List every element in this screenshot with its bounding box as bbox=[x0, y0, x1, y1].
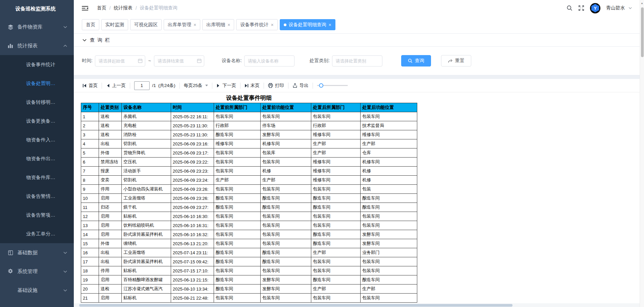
sidebar-subitem-设备告警情[interactable]: 设备告警情… bbox=[0, 187, 74, 206]
tab-实时监测[interactable]: 实时监测 bbox=[101, 19, 128, 30]
sidebar-subitem-物资备件库[interactable]: 物资备件库… bbox=[0, 168, 74, 187]
close-icon[interactable]: × bbox=[194, 23, 196, 27]
horizontal-scrollbar-thumb[interactable] bbox=[79, 304, 513, 307]
table-row[interactable]: 13启用饮料纸箱喷码机2025-06-10 16:31:包装车间包装车间包装车间… bbox=[81, 221, 417, 230]
avatar[interactable]: Y bbox=[590, 3, 600, 13]
search-icon[interactable] bbox=[567, 5, 573, 11]
page-input[interactable] bbox=[134, 81, 150, 90]
chevron-down-icon[interactable] bbox=[83, 39, 87, 41]
fullscreen-icon[interactable] bbox=[578, 5, 584, 11]
close-icon[interactable]: × bbox=[271, 23, 273, 27]
user-name[interactable]: 青山碧水 bbox=[606, 5, 625, 11]
table-row[interactable]: 6禁用冻结空压机2025-06-09 23:22:包装车间包装车间维修车间机修车… bbox=[81, 158, 417, 167]
sidebar-item-基础设施[interactable]: 基础设施 bbox=[0, 281, 74, 300]
table-row[interactable]: 12启用贴标机2025-06-10 16:30:包装车间包装车间包装车间包装车间 bbox=[81, 212, 417, 221]
calendar-icon[interactable] bbox=[197, 58, 202, 63]
scroll-up-arrow-icon[interactable]: ▲ bbox=[640, 0, 644, 5]
table-row[interactable]: 16出租工业蒸馏塔2025-07-14 23:11:酿造车间酿造车间生产部业务部… bbox=[81, 248, 417, 257]
submenu: 设备事件统计设备处置明…设备转移明…设备更换备…物资备件入…物资备件出…物资备件… bbox=[0, 55, 74, 243]
table-row[interactable]: 8变卖切割机2025-06-09 23:24:生产部生产部维修车间机修 bbox=[81, 176, 417, 185]
reset-button[interactable]: 重置 bbox=[441, 55, 471, 67]
breadcrumb-item: 设备处置明细查询 bbox=[140, 5, 177, 11]
sidebar-item-基础数据[interactable]: 基础数据 bbox=[0, 243, 74, 262]
table-row[interactable]: 18停用贴标机2025-07-15 17:10:包装车间包装车间包装车间包装车间 bbox=[81, 266, 417, 275]
collapse-sidebar-icon[interactable] bbox=[82, 6, 88, 11]
sidebar-subitem-业务工单分[interactable]: 业务工单分… bbox=[0, 224, 74, 243]
tab-首页[interactable]: 首页 bbox=[82, 19, 99, 30]
caret-down-icon bbox=[205, 85, 208, 86]
table-row[interactable]: 14启用卧式滚筒酱菜拌料机2025-06-10 16:32:包装车间包装车间酿造… bbox=[81, 230, 417, 239]
last-page-icon bbox=[245, 84, 249, 88]
sidebar-subitem-设备转移明[interactable]: 设备转移明… bbox=[0, 93, 74, 112]
table-row[interactable]: 5外借货物升降机2025-06-09 23:17:包装车间包装库生产部仓库 bbox=[81, 148, 417, 158]
table-row[interactable]: 19启用百特精酿啤酒发酵罐2025-06-13 21:15:酿造车间发酵车间酿造… bbox=[81, 275, 417, 284]
first-page-icon bbox=[83, 84, 87, 88]
sidebar-item-统计报表[interactable]: 统计报表 bbox=[0, 36, 74, 55]
sidebar-subitem-设备更换备[interactable]: 设备更换备… bbox=[0, 112, 74, 130]
sidebar-subitem-设备处置明[interactable]: 设备处置明… bbox=[0, 74, 74, 93]
export-button[interactable]: 导出 bbox=[292, 83, 309, 89]
table-section: 设备处置事件明细 序号处置类别设备名称时间处置前所属部门处置前功能位置处置后所属… bbox=[74, 92, 644, 303]
close-icon[interactable]: × bbox=[227, 23, 230, 27]
per-page-select[interactable]: 每页25条 bbox=[184, 83, 208, 89]
chevron-up-icon bbox=[63, 45, 67, 47]
table-row[interactable]: 4出租切割机2025-06-09 23:16:维修车间机修车间生产部生产部 bbox=[81, 139, 417, 148]
first-page-button[interactable]: 首页 bbox=[83, 83, 98, 89]
last-page-button[interactable]: 末页 bbox=[245, 83, 260, 89]
pagination-toolbar: 首页 上一页 /1 (共24条) 每页25条 下一页 bbox=[74, 79, 644, 92]
table-row[interactable]: 10启用工业蒸馏塔2025-06-09 23:26:酿造车间酿造车间酿造车间酿造… bbox=[81, 194, 417, 203]
sidebar-subitem-物资备件出[interactable]: 物资备件出… bbox=[0, 149, 74, 168]
table-row[interactable]: 7报废活动扳手2025-06-09 23:23:包装车间机修维修车间机修 bbox=[81, 167, 417, 176]
slider-handle[interactable] bbox=[319, 83, 323, 88]
calendar-icon[interactable] bbox=[138, 58, 143, 63]
vertical-scrollbar-thumb[interactable] bbox=[641, 7, 644, 57]
chevron-down-icon bbox=[63, 26, 67, 28]
table-row[interactable]: 21启用贴标机2025-08-21 22:48:包装车间包装车间包装车间包装车间 bbox=[81, 294, 417, 303]
next-page-button[interactable]: 下一页 bbox=[216, 83, 236, 89]
breadcrumb-item[interactable]: 统计报表 bbox=[114, 5, 132, 11]
chevron-down-icon[interactable] bbox=[629, 7, 632, 9]
avatar-logo-icon: Y bbox=[591, 4, 599, 12]
query-section-title: 查 询 栏 bbox=[90, 37, 111, 43]
prev-page-button[interactable]: 上一页 bbox=[106, 83, 126, 89]
table-row[interactable]: 9停用小型自动四头灌装机2025-06-09 23:26:包装车间包装车间包装车… bbox=[81, 185, 417, 194]
layers-icon bbox=[7, 24, 13, 30]
table-row[interactable]: 15外借缠绕机2025-06-13 21:20:包装车间包装车间酿造车间发酵车间 bbox=[81, 239, 417, 248]
column-header: 处置后所属部门 bbox=[311, 103, 361, 112]
sidebar-subitem-物资备件入[interactable]: 物资备件入… bbox=[0, 130, 74, 149]
query-form: 时间: ~ 设备名称: 处置类别: 查询 bbox=[74, 47, 644, 75]
close-icon[interactable]: × bbox=[329, 23, 331, 27]
tab-设备事件统计[interactable]: 设备事件统计× bbox=[236, 19, 277, 30]
table-row[interactable]: 1送检杀菌机2025-05-22 16:11:包装车间包装车间包装车间包装车间 bbox=[81, 112, 417, 121]
table-row[interactable]: 17出租卧式滚筒酱菜拌料机2025-07-15 09:42:酿造车间酿造车间包装… bbox=[81, 257, 417, 266]
table-row[interactable]: 11归还烘干机2025-06-09 23:27:酿造车间酿造车间酿造车间酿造车间 bbox=[81, 203, 417, 212]
table-row[interactable]: 3送检消防栓2025-05-23 11:30:酿造车间发酵车间维修车间维修车间 bbox=[81, 130, 417, 139]
device-name-label: 设备名称: bbox=[222, 58, 242, 64]
sidebar-subitem-设备告警项[interactable]: 设备告警项… bbox=[0, 206, 74, 224]
tab-可视化园区[interactable]: 可视化园区 bbox=[130, 19, 162, 30]
breadcrumb: 首页/统计报表/设备处置明细查询 bbox=[97, 5, 177, 11]
chevron-down-icon bbox=[63, 289, 67, 292]
export-icon bbox=[292, 83, 298, 88]
disposal-category-input[interactable] bbox=[332, 55, 382, 67]
search-button[interactable]: 查询 bbox=[401, 55, 431, 67]
sidebar-item-系统管理[interactable]: 系统管理 bbox=[0, 262, 74, 281]
toolbar-slider bbox=[317, 83, 348, 88]
device-name-input[interactable] bbox=[244, 55, 294, 67]
sidebar: 设备巡检监测系统 备件物资库统计报表设备事件统计设备处置明…设备转移明…设备更换… bbox=[0, 0, 74, 307]
top-bar: 首页/统计报表/设备处置明细查询 Y 青山碧水 bbox=[74, 0, 644, 16]
sidebar-subitem-设备事件统计[interactable]: 设备事件统计 bbox=[0, 55, 74, 74]
time-label: 时间: bbox=[82, 58, 93, 64]
breadcrumb-item[interactable]: 首页 bbox=[97, 5, 106, 11]
tab-出库单管理[interactable]: 出库单管理× bbox=[164, 19, 200, 30]
table-row[interactable]: 20送检江苏冷凝式燃气蒸汽2025-08-10 13:34:酿造车间发酵车间生产… bbox=[81, 284, 417, 294]
tab-设备处置明细查询[interactable]: 设备处置明细查询× bbox=[280, 19, 335, 30]
query-section-header[interactable]: 查 询 栏 bbox=[74, 34, 644, 47]
sidebar-menu: 备件物资库统计报表设备事件统计设备处置明…设备转移明…设备更换备…物资备件入…物… bbox=[0, 17, 74, 300]
category-label: 处置类别: bbox=[310, 58, 330, 64]
sidebar-item-备件物资库[interactable]: 备件物资库 bbox=[0, 17, 74, 36]
table-row[interactable]: 2送检充电桩2025-05-23 11:30:行政部停车场行政部技术监督局 bbox=[81, 121, 417, 130]
print-button[interactable]: 打印 bbox=[268, 83, 284, 89]
tab-出库明细[interactable]: 出库明细× bbox=[202, 19, 234, 30]
vertical-scrollbar: ▲ bbox=[640, 0, 644, 307]
